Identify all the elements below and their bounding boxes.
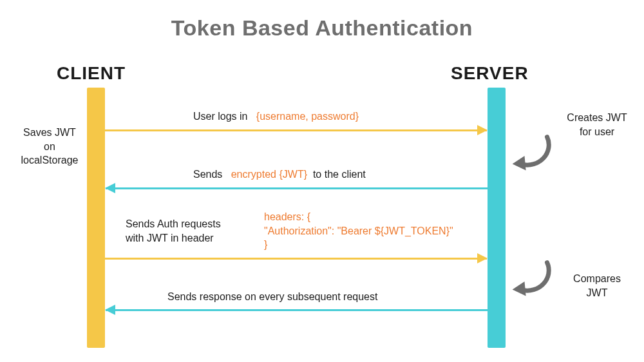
msg4-arrow [106,309,488,311]
msg1-label: User logs in {username, password} [193,111,359,122]
msg4-label: Sends response on every subsequent reque… [167,291,377,303]
arrow-right-icon [477,253,488,263]
msg1-text: User logs in [193,111,247,122]
server-lifeline [488,88,506,348]
svg-marker-1 [513,281,526,296]
msg3-code: headers: { "Authorization": "Bearer ${JW… [264,210,453,252]
client-note-save: Saves JWT on localStorage [14,126,85,167]
client-lifeline [87,88,105,348]
msg1-highlight: {username, password} [256,111,359,122]
arrow-left-icon [105,305,115,315]
server-note-create: Creates JWT for user [562,111,632,138]
msg3-label: Sends Auth requests with JWT in header [126,217,254,245]
arrow-left-icon [105,183,115,193]
arrow-right-icon [477,125,488,135]
msg2-pre: Sends [193,169,222,180]
msg2-label: Sends encrypted {JWT} to the client [193,169,366,180]
loop-arrow-icon [509,129,554,174]
client-label: CLIENT [57,63,126,84]
msg3-arrow [105,258,487,260]
msg2-arrow [106,187,488,189]
msg1-arrow [105,129,487,131]
loop-arrow-icon [509,254,554,300]
msg2-highlight: encrypted {JWT} [231,169,307,180]
diagram-title: Token Based Authentication [0,0,644,41]
svg-marker-0 [513,156,526,170]
server-label: SERVER [451,63,529,84]
server-note-compare: Compares JWT [562,272,632,300]
